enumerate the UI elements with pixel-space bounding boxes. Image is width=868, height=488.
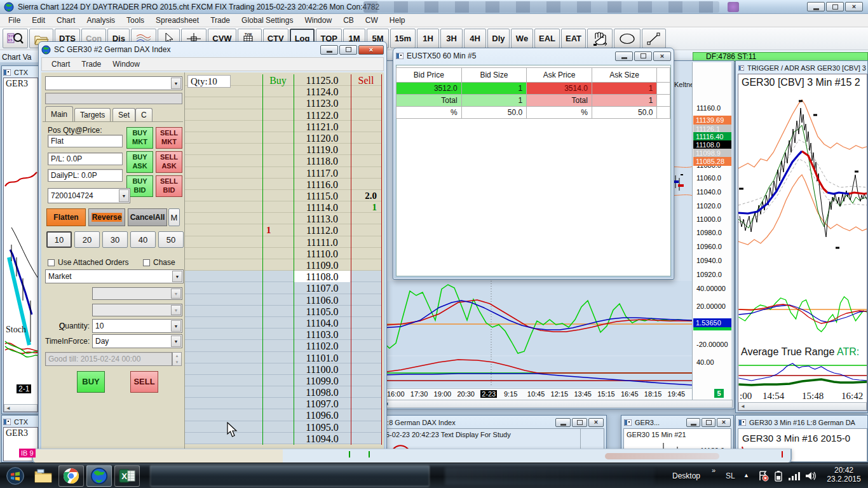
ladder-row[interactable]: 11113.0: [185, 213, 382, 224]
bottom-a-restore-button[interactable]: [572, 418, 587, 427]
sierra-taskbar-button[interactable]: [86, 465, 112, 487]
quote-board-window[interactable]: EUSTX50 60 Min #5 × Bid PriceBid SizeAsk…: [393, 48, 674, 280]
ladder-row[interactable]: 11101.0: [185, 352, 382, 363]
cancel-all-button[interactable]: CancelAll: [128, 208, 167, 226]
buy-ask-button[interactable]: BUY ASK: [126, 151, 153, 173]
trendline-tool-button[interactable]: [642, 29, 666, 48]
ladder-row[interactable]: 11110.0: [185, 248, 382, 259]
tab-targets[interactable]: Targets: [74, 108, 111, 121]
explorer-taskbar-button[interactable]: [31, 465, 56, 487]
bottom-a-close-button[interactable]: ×: [588, 418, 604, 427]
chrome-taskbar-button[interactable]: [58, 465, 84, 487]
buy-button[interactable]: BUY: [77, 371, 105, 393]
ladder-row[interactable]: 11111.0: [185, 236, 382, 248]
dom-minimize-button[interactable]: [320, 45, 338, 55]
ladder-row[interactable]: 11120.0: [185, 132, 382, 144]
dom-menu-trade[interactable]: Trade: [76, 58, 107, 71]
bottom-a-minimize-button[interactable]: [555, 418, 571, 427]
menu-file[interactable]: File: [3, 14, 26, 27]
tray-expand-arrow[interactable]: ▲: [743, 472, 749, 478]
ladder-row[interactable]: 11121.0: [185, 121, 382, 132]
toolbar-15m-button[interactable]: 15m: [390, 29, 416, 48]
reverse-button[interactable]: Reverse: [88, 208, 125, 226]
dom-close-button[interactable]: ×: [358, 45, 384, 55]
m-button[interactable]: M: [168, 208, 180, 226]
toolbar-we-button[interactable]: We: [511, 29, 533, 48]
hand-drag-button[interactable]: [587, 29, 613, 48]
ladder-row[interactable]: 11098.0: [185, 386, 382, 398]
ellipse-tool-button[interactable]: [614, 29, 641, 48]
start-button[interactable]: [3, 465, 28, 487]
menu-trade[interactable]: Trade: [205, 14, 236, 27]
main-close-button[interactable]: ×: [845, 2, 863, 11]
sell-ask-button[interactable]: SELL ASK: [156, 151, 182, 173]
ladder-row[interactable]: 11099.0: [185, 375, 382, 386]
volume-icon[interactable]: [804, 470, 817, 482]
use-attached-checkbox[interactable]: Use Attached Orders: [48, 258, 128, 267]
ladder-row[interactable]: 11107.0: [185, 282, 382, 294]
toolbar-dly-button[interactable]: Dly: [487, 29, 510, 48]
ladder-buy-size[interactable]: 1: [266, 224, 271, 236]
quantity-combo[interactable]: 10▼: [92, 319, 182, 333]
ladder-row[interactable]: 11105.0: [185, 306, 382, 317]
ladder-row[interactable]: 11114.01: [185, 201, 382, 213]
ladder-row[interactable]: 11116.0: [185, 179, 382, 190]
ladder-row[interactable]: 11096.0: [185, 409, 382, 421]
ladder-row[interactable]: 11094.0: [185, 433, 382, 444]
toolbar-chevron[interactable]: »: [712, 466, 715, 474]
dom-window[interactable]: SC GER30 #2 German DAX Index × ChartTrad…: [38, 41, 387, 454]
menu-spreadsheet[interactable]: Spreadsheet: [150, 14, 205, 27]
order-type-combo[interactable]: Market▼: [45, 269, 184, 283]
ladder-row[interactable]: 11108.0: [185, 271, 382, 282]
sell-bid-button[interactable]: SELL BID: [156, 175, 182, 197]
tab-set[interactable]: Set: [112, 108, 135, 121]
menu-help[interactable]: Help: [384, 14, 411, 27]
toolbar-4h-button[interactable]: 4H: [464, 29, 486, 48]
right-chart-window[interactable]: TRIGGER / ADR ASR GER30 [CBV] 3 GER30 [C…: [735, 60, 868, 413]
ladder-row[interactable]: 11102.0: [185, 340, 382, 351]
qty-preset-30[interactable]: 30: [102, 231, 128, 248]
symbol-combo[interactable]: ▼: [45, 76, 182, 90]
ladder-row[interactable]: 11100.0: [185, 363, 382, 375]
ladder-sell-size[interactable]: 1: [372, 201, 377, 214]
toolbar-3h-button[interactable]: 3H: [440, 29, 463, 48]
quote-minimize-button[interactable]: [615, 51, 633, 61]
main-restore-button[interactable]: [826, 2, 844, 11]
menu-cb[interactable]: CB: [337, 14, 360, 27]
ladder-row[interactable]: 11115.02.0: [185, 190, 382, 201]
chase-checkbox[interactable]: Chase: [143, 258, 175, 267]
account-combo[interactable]: 7200104724▼: [48, 188, 130, 203]
quote-restore-button[interactable]: [634, 51, 652, 61]
blurred-taskbar-button[interactable]: [150, 465, 430, 487]
bottom-b-restore-button[interactable]: [702, 418, 715, 427]
toolbar-1h-button[interactable]: 1H: [417, 29, 439, 48]
qty-preset-50[interactable]: 50: [158, 231, 184, 248]
excel-taskbar-button[interactable]: X: [114, 465, 140, 487]
left-chart-scrollbar[interactable]: ◄: [4, 404, 37, 412]
ladder-row[interactable]: 11104.0: [185, 317, 382, 329]
desktop-toolbar-label[interactable]: Desktop: [672, 471, 700, 480]
buy-bid-button[interactable]: BUY BID: [126, 175, 153, 197]
menu-analysis[interactable]: Analysis: [81, 14, 121, 27]
clock[interactable]: 20:42 23.2.2015: [823, 466, 865, 484]
action-center-flag-icon[interactable]: [757, 470, 769, 482]
ladder-row[interactable]: 11103.0: [185, 329, 382, 340]
ladder-row[interactable]: 11095.0: [185, 421, 382, 433]
ladder-row[interactable]: 11109.0: [185, 259, 382, 271]
mid-chart-scrollbar[interactable]: ◄: [382, 400, 733, 408]
ladder-row[interactable]: 11117.0: [185, 167, 382, 179]
toolbar-eal-button[interactable]: EAL: [534, 29, 560, 48]
tab-main[interactable]: Main: [45, 106, 73, 121]
main-minimize-button[interactable]: [807, 2, 825, 11]
ladder-row[interactable]: 11123.0: [185, 97, 382, 109]
qty-preset-20[interactable]: 20: [74, 231, 100, 248]
network-signal-icon[interactable]: [788, 470, 801, 482]
ladder-row[interactable]: 11097.0: [185, 398, 382, 409]
flatten-button[interactable]: Flatten: [46, 208, 86, 226]
good-till-spinner[interactable]: ▲▼: [172, 352, 182, 366]
bottom-b-close-button[interactable]: ×: [717, 418, 731, 427]
qty-preset-10[interactable]: 10: [46, 231, 72, 248]
menu-edit[interactable]: Edit: [26, 14, 51, 27]
quote-close-button[interactable]: ×: [653, 51, 671, 61]
left-chart-window[interactable]: CTX GER3 Stoch 2-1 ◄: [1, 65, 39, 414]
